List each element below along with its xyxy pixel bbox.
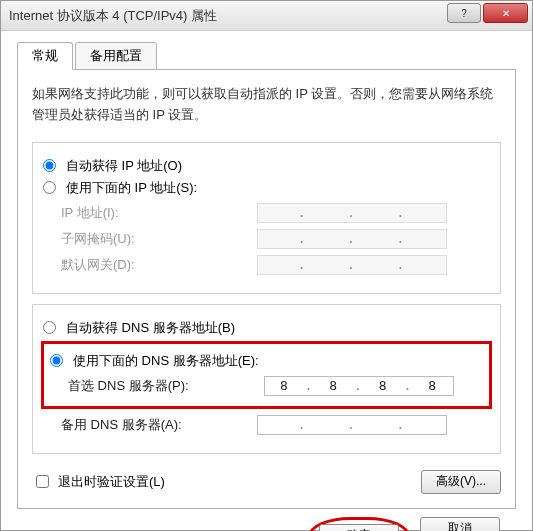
titlebar[interactable]: Internet 协议版本 4 (TCP/IPv4) 属性 ? ✕	[1, 1, 532, 31]
ip-address-input: ...	[257, 203, 447, 223]
preferred-dns-input[interactable]: 8. 8. 8. 8	[264, 376, 454, 396]
ip-address-label: IP 地址(I):	[61, 204, 251, 222]
help-button[interactable]: ?	[447, 3, 481, 23]
preferred-dns-label: 首选 DNS 服务器(P):	[68, 377, 258, 395]
validate-checkbox-label: 退出时验证设置(L)	[58, 473, 165, 491]
advanced-row: 高级(V)...	[421, 470, 501, 494]
window-title: Internet 协议版本 4 (TCP/IPv4) 属性	[9, 7, 217, 25]
subnet-mask-label: 子网掩码(U):	[61, 230, 251, 248]
radio-manual-ip-label: 使用下面的 IP 地址(S):	[66, 179, 197, 197]
tab-alternate[interactable]: 备用配置	[75, 42, 157, 70]
manual-dns-highlight: 使用下面的 DNS 服务器地址(E): 首选 DNS 服务器(P): 8. 8.…	[41, 341, 492, 409]
ip-address-group: 自动获得 IP 地址(O) 使用下面的 IP 地址(S): IP 地址(I): …	[32, 142, 501, 294]
radio-auto-ip[interactable]	[43, 159, 56, 172]
tabstrip: 常规 备用配置	[17, 42, 516, 70]
radio-auto-dns[interactable]	[43, 321, 56, 334]
bottom-inner-row: 退出时验证设置(L) 高级(V)...	[32, 464, 501, 494]
default-gateway-row: 默认网关(D): ...	[43, 255, 490, 275]
radio-manual-ip-row: 使用下面的 IP 地址(S):	[43, 179, 490, 197]
title-buttons: ? ✕	[447, 3, 528, 23]
ip-address-row: IP 地址(I): ...	[43, 203, 490, 223]
tab-page-general: 如果网络支持此功能，则可以获取自动指派的 IP 设置。否则，您需要从网络系统管理…	[17, 69, 516, 509]
default-gateway-input: ...	[257, 255, 447, 275]
radio-manual-dns-row: 使用下面的 DNS 服务器地址(E):	[50, 352, 483, 370]
alternate-dns-input[interactable]: ...	[257, 415, 447, 435]
subnet-mask-input: ...	[257, 229, 447, 249]
alternate-dns-row: 备用 DNS 服务器(A): ...	[43, 415, 490, 435]
validate-checkbox[interactable]	[36, 475, 49, 488]
radio-manual-dns[interactable]	[50, 354, 63, 367]
dialog-buttons: 确定 取消	[17, 509, 516, 531]
default-gateway-label: 默认网关(D):	[61, 256, 251, 274]
subnet-mask-row: 子网掩码(U): ...	[43, 229, 490, 249]
ok-highlight: 确定	[308, 517, 410, 531]
radio-auto-ip-label: 自动获得 IP 地址(O)	[66, 157, 182, 175]
radio-auto-ip-row: 自动获得 IP 地址(O)	[43, 157, 490, 175]
close-button[interactable]: ✕	[483, 3, 528, 23]
dns-group: 自动获得 DNS 服务器地址(B) 使用下面的 DNS 服务器地址(E): 首选…	[32, 304, 501, 454]
radio-auto-dns-row: 自动获得 DNS 服务器地址(B)	[43, 319, 490, 337]
radio-manual-ip[interactable]	[43, 181, 56, 194]
radio-manual-dns-label: 使用下面的 DNS 服务器地址(E):	[73, 352, 259, 370]
validate-checkbox-row: 退出时验证设置(L)	[32, 472, 165, 491]
ok-button[interactable]: 确定	[319, 524, 399, 531]
radio-auto-dns-label: 自动获得 DNS 服务器地址(B)	[66, 319, 235, 337]
description-text: 如果网络支持此功能，则可以获取自动指派的 IP 设置。否则，您需要从网络系统管理…	[32, 84, 501, 126]
advanced-button[interactable]: 高级(V)...	[421, 470, 501, 494]
tab-general[interactable]: 常规	[17, 42, 73, 70]
ipv4-properties-dialog: Internet 协议版本 4 (TCP/IPv4) 属性 ? ✕ 常规 备用配…	[0, 0, 533, 531]
preferred-dns-row: 首选 DNS 服务器(P): 8. 8. 8. 8	[50, 376, 483, 396]
cancel-button[interactable]: 取消	[420, 517, 500, 531]
alternate-dns-label: 备用 DNS 服务器(A):	[61, 416, 251, 434]
client-area: 常规 备用配置 如果网络支持此功能，则可以获取自动指派的 IP 设置。否则，您需…	[1, 31, 532, 531]
